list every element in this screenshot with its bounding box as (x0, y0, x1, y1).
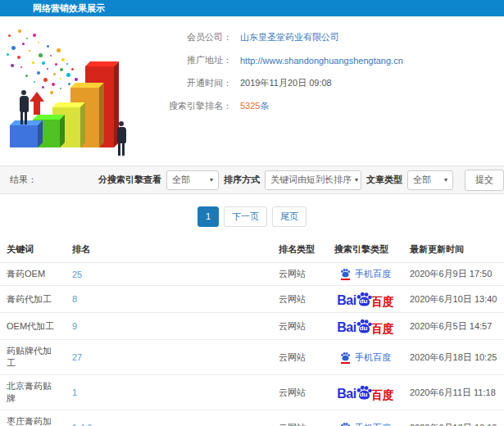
baidu-logo-bai: Bai (337, 321, 356, 334)
article-type-label: 文章类型 (366, 174, 402, 186)
confetti-dot (68, 83, 70, 85)
mobile-baidu-badge: 手机百度 (340, 422, 391, 426)
baidu-paw-icon (340, 268, 351, 280)
keyword-cell: 枣庄膏药加工 (0, 410, 66, 426)
rank-link[interactable]: 25 (72, 270, 82, 279)
table-row: 枣庄膏药加工 1,4,6 云网站 手机百度 2020年6月18日 10:19 (0, 410, 504, 426)
info-value: 山东皇圣堂药业有限公司 (240, 31, 339, 43)
chevron-down-icon: ▾ (444, 176, 447, 184)
baidu-paw-icon: du (356, 291, 373, 307)
chevron-down-icon: ▾ (210, 176, 213, 184)
baidu-paw-icon: du (356, 318, 373, 334)
confetti-dot (34, 81, 35, 83)
confetti-dot (22, 43, 25, 45)
engine-filter-label: 分搜索引擎查看 (98, 174, 161, 186)
col-updated: 最新更新时间 (403, 237, 504, 263)
col-rank-type: 排名类型 (272, 237, 328, 263)
info-link[interactable]: http://www.shandonghuangshengtang.cn (240, 56, 403, 66)
rank-link[interactable]: 9 (72, 321, 77, 331)
col-engine-type: 搜索引擎类型 (328, 237, 403, 263)
results-table: 关键词 排名 排名类型 搜索引擎类型 最新更新时间 膏药OEM 25 云网站 手… (0, 237, 504, 426)
baidu-logo-du: du (360, 298, 368, 305)
updated-time-cell: 2020年6月10日 13:40 (403, 286, 504, 313)
chevron-down-icon: ▾ (355, 176, 358, 184)
sort-filter-label: 排序方式 (224, 174, 260, 186)
confetti-dot (47, 68, 48, 70)
next-page-button[interactable]: 下一页 (224, 206, 267, 227)
baidu-logo-du: du (360, 325, 368, 332)
keyword-cell: OEM代加工 (0, 313, 66, 340)
mobile-baidu-badge: 手机百度 (340, 268, 391, 280)
table-row: 北京膏药贴牌 1 云网站 Bai du 百度 2020年6月11日 11:18 (0, 375, 504, 410)
chart-bar (10, 125, 38, 147)
info-label: 搜索引擎排名： (160, 100, 232, 112)
baidu-logo-cn: 百度 (371, 323, 394, 334)
submit-button[interactable]: 提交 (465, 170, 504, 191)
baidu-logo-bai: Bai (337, 387, 356, 401)
confetti-dot (7, 53, 9, 56)
updated-time-cell: 2020年6月5日 14:57 (403, 313, 504, 340)
page-1-button[interactable]: 1 (198, 206, 219, 227)
rank-cell: 1 (66, 375, 272, 410)
sort-filter-value: 关键词由短到长排序 (270, 174, 352, 186)
confetti-dot (66, 63, 68, 65)
rank-cell: 9 (66, 313, 272, 340)
confetti-dot (37, 71, 40, 75)
confetti-dot (39, 53, 43, 57)
pagination: 1 下一页 尾页 (0, 206, 504, 227)
last-page-button[interactable]: 尾页 (272, 206, 306, 227)
page-header: 网络营销效果展示 (0, 0, 504, 16)
updated-time-cell: 2020年6月11日 11:18 (403, 375, 504, 410)
confetti-dot (11, 46, 16, 50)
rank-cell: 25 (66, 263, 272, 286)
engine-type-cell: 手机百度 (328, 410, 403, 426)
info-value: 2019年11月20日 09:08 (240, 77, 332, 89)
confetti-dot (25, 75, 28, 77)
confetti-dot (53, 73, 56, 75)
rank-link[interactable]: 27 (72, 352, 82, 362)
info-link[interactable]: 山东皇圣堂药业有限公司 (240, 32, 339, 42)
table-row: 药贴牌代加工 27 云网站 手机百度 2020年6月18日 10:25 (0, 340, 504, 375)
mobile-baidu-label: 手机百度 (355, 268, 391, 280)
rank-type-cell: 云网站 (272, 340, 328, 375)
info-label: 开通时间： (160, 77, 232, 89)
col-rank: 排名 (66, 237, 272, 263)
confetti-dot (57, 48, 61, 52)
filter-bar: 结果： 分搜索引擎查看 全部 ▾ 排序方式 关键词由短到长排序 ▾ 文章类型 全… (0, 165, 504, 194)
table-header-row: 关键词 排名 排名类型 搜索引擎类型 最新更新时间 (0, 237, 504, 263)
confetti-dot (75, 78, 78, 81)
baidu-paw-icon (340, 422, 351, 426)
engine-filter-select[interactable]: 全部 ▾ (166, 170, 219, 190)
rank-type-cell: 云网站 (272, 313, 328, 340)
rank-type-cell: 云网站 (272, 263, 328, 286)
confetti-dot (66, 73, 70, 77)
mobile-baidu-badge: 手机百度 (340, 351, 391, 364)
rank-link[interactable]: 1,4,6 (72, 423, 92, 426)
confetti-dot (60, 88, 61, 89)
rank-type-cell: 云网站 (272, 286, 328, 313)
mobile-baidu-label: 手机百度 (355, 422, 391, 426)
confetti-dot (60, 78, 61, 79)
info-value: 5325条 (240, 100, 269, 112)
info-label: 推广地址： (160, 54, 232, 66)
sort-filter-select[interactable]: 关键词由短到长排序 ▾ (265, 170, 361, 190)
confetti-dot (38, 42, 39, 43)
table-row: 膏药OEM 25 云网站 手机百度 2020年6月9日 17:50 (0, 263, 504, 286)
baidu-logo-du: du (360, 392, 368, 398)
rank-type-cell: 云网站 (272, 410, 328, 426)
baidu-underline-icon (341, 362, 350, 364)
ranking-count-unit[interactable]: 条 (260, 101, 269, 111)
info-row: 推广地址：http://www.shandonghuangshengtang.c… (160, 54, 403, 66)
rank-link[interactable]: 1 (72, 387, 77, 397)
engine-filter-value: 全部 (172, 174, 190, 186)
mobile-baidu-label: 手机百度 (355, 351, 391, 364)
keyword-cell: 药贴牌代加工 (0, 340, 66, 375)
rank-link[interactable]: 8 (72, 294, 77, 304)
confetti-dot (55, 63, 57, 66)
article-type-select[interactable]: 全部 ▾ (407, 170, 453, 190)
engine-type-cell: Bai du 百度 (328, 286, 403, 313)
keyword-cell: 膏药代加工 (0, 286, 66, 313)
baidu-logo: Bai du 百度 (337, 318, 393, 334)
engine-type-cell: 手机百度 (328, 263, 403, 286)
baidu-logo-bai: Bai (337, 294, 356, 307)
